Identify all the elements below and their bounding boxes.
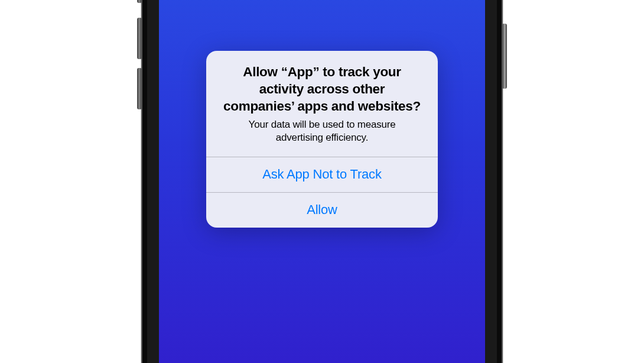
alert-message: Your data will be used to measure advert… [219,118,425,144]
alert-actions: Ask App Not to Track Allow [206,157,438,228]
phone-frame: Allow “App” to track your activity acros… [133,0,511,363]
power-button [502,24,507,89]
phone-screen: Allow “App” to track your activity acros… [159,0,485,363]
alert-content: Allow “App” to track your activity acros… [206,51,438,157]
tracking-permission-alert: Allow “App” to track your activity acros… [206,51,438,228]
allow-button[interactable]: Allow [206,192,438,228]
ask-not-to-track-button[interactable]: Ask App Not to Track [206,157,438,192]
phone-body: Allow “App” to track your activity acros… [141,0,503,363]
alert-title: Allow “App” to track your activity acros… [219,64,425,115]
